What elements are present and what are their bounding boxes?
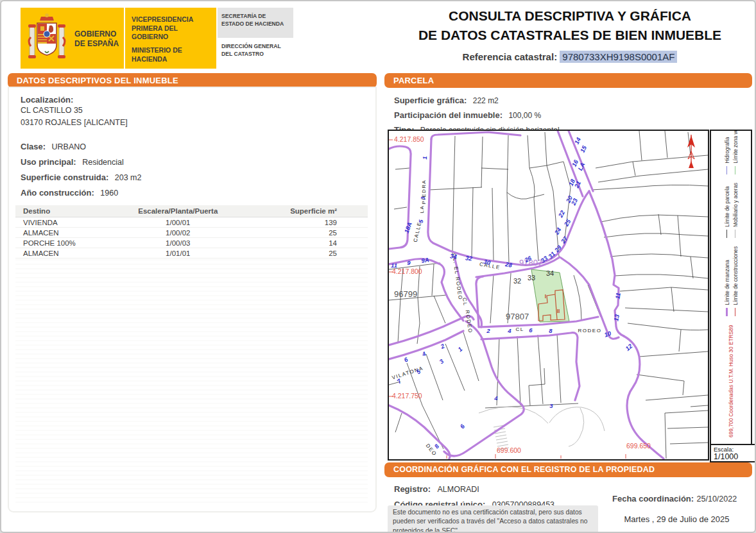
field-label: Participación del inmueble: [394,110,503,120]
map-label: 699.650 [626,442,651,450]
section-header-coordinacion: COORDINACIÓN GRÁFICA CON EL REGISTRO DE … [384,462,752,477]
field-label: Superficie construida: [21,173,108,182]
direccion-catastro-box: DIRECCIÓN GENERAL DEL CATASTRO [218,38,293,69]
document-title: CONSULTA DESCRIPTIVA Y GRÁFICA DE DATOS … [386,6,753,62]
document-date: Martes , 29 de Julio de 2025 [605,514,749,524]
map-label: CALLE [413,221,423,242]
table-row: VIVIENDA1/00/01139 [15,217,368,228]
map-label: 28 [504,260,513,269]
legend-items: Límite de manzanaLímite de construccione… [724,130,739,316]
gobierno-text: GOBIERNO DE ESPAÑA [74,30,124,49]
legend-item: Mobiliario y aceras [732,183,739,238]
table-cell: 1/00/03 [109,238,243,248]
legend-label: Límite de construcciones [732,246,739,305]
map-label: 8 [549,327,553,334]
fecha-value: 25/10/2022 [697,495,737,503]
legend-label: Mobiliario y aceras [732,183,739,227]
datos-descriptivos-content: Localización: CL CASTILLO 35 03170 ROJAL… [21,95,367,223]
map-label: LA [419,205,425,214]
field-label: Uso principal: [21,157,76,167]
ministerio-block: VICEPRESIDENCIA PRIMERA DEL GOBIERNO MIN… [125,8,216,69]
fecha-label: Fecha coordinación: [612,494,694,503]
map-label: 25 [562,217,572,228]
legend-item: Límite zona verde [732,130,739,174]
title-line-1: CONSULTA DESCRIPTIVA Y GRÁFICA [386,6,753,26]
legend-label: Límite zona verde [732,130,739,164]
table-cell: PORCHE 100% [15,238,109,248]
address-line-1: CL CASTILLO 35 [21,105,367,117]
field-row: Año construcción: 1960 [21,185,367,200]
title-line-2: DE DATOS CATASTRALES DE BIEN INMUEBLE [386,26,753,45]
map-label: 4 [420,350,427,358]
registro-label: Registro: [394,484,431,494]
property-fields: Clase: URBANOUso principal: ResidencialS… [21,139,367,200]
map-label: 699.600 [497,446,521,454]
map-label: 6 [458,423,466,430]
field-row: Superficie gráfica: 222 m2 [394,92,747,107]
legend-group: HidrografíaLímite zona verde [724,130,739,174]
map-label: 1 [456,345,463,353]
localizacion-label: Localización: [21,95,367,105]
map-label: 32 [513,277,521,285]
field-row: Uso principal: Residencial [21,154,367,169]
referencia-value[interactable]: 9780733XH9198S0001AF [560,51,677,63]
referencia-catastral: Referencia catastral: 9780733XH9198S0001… [386,51,753,62]
field-label: Clase: [21,142,46,151]
field-value: 100,00 % [506,111,541,120]
legend-item: Límite de parcela [724,183,730,238]
construccion-table: DestinoEscalera/Planta/PuertaSuperficie … [15,205,368,258]
table-header-cell: Escalera/Planta/Puerta [109,205,243,217]
map-label: 9A [420,256,429,264]
legend-item: Hidrografía [724,130,730,174]
map-label: I [545,293,546,300]
registro-value: ALMORADI [438,485,479,494]
table-header-cell: Destino [15,205,109,217]
field-value: 1960 [98,189,118,198]
map-label: II [557,308,560,314]
table-cell: 25 [243,228,368,238]
cadastral-map[interactable]: 4.217.8504.217.8004.217.750699.600699.65… [388,130,709,461]
map-label: 9 [407,259,411,266]
ministerio-text: MINISTERIO DE HACIENDA [132,46,212,63]
map-label: 29 [553,244,563,254]
table-cell: 139 [243,217,368,228]
map-label: 6 [529,326,533,334]
map-label: 3 [438,357,445,365]
field-row: Clase: URBANO [21,139,367,154]
map-label: 22 [556,208,566,219]
map-label: 4 [494,394,498,402]
address-line-2: 03170 ROJALES [ALICANTE] [21,117,367,129]
legend-swatch-icon [735,166,735,174]
utm-coordinates-note: 699,700 Coordenadas U.T.M. Huso 30 ETRS8… [728,325,734,437]
section-header-datos-descriptivos: DATOS DESCRIPTIVOS DEL INMUEBLE [8,73,377,88]
field-value: 222 m2 [470,96,498,105]
map-label: 97807 [506,312,529,321]
map-label: CL. EL RODEO [451,253,463,301]
legend-group: Límite de manzanaLímite de construccione… [724,246,739,316]
table-cell: 1/00/02 [109,228,243,238]
table-header-cell: Superficie m² [243,205,368,217]
map-label: 15 [579,144,588,154]
legend-label: Hidrografía [724,137,730,164]
field-row: Participación del inmueble: 100,00 % [394,107,747,122]
map-label: 96799 [394,289,417,299]
map-label: 24 [553,226,563,236]
cadastral-map-svg: 4.217.8504.217.8004.217.750699.600699.65… [389,131,708,459]
field-value: 203 m2 [112,173,141,182]
legend-item: Límite de manzana [724,246,730,316]
map-legend-rotated-content: 699,700 Coordenadas U.T.M. Huso 30 ETRS8… [711,131,751,444]
disclaimer-note: Este documento no es una certificación c… [388,505,598,533]
map-label: 4.217.850 [394,135,424,143]
table-cell: ALMACEN [15,248,109,258]
map-label: 11 [391,262,397,269]
scale-value: 1/1000 [714,453,753,461]
map-label: 6 [403,355,409,364]
vicepresidencia-text: VICEPRESIDENCIA PRIMERA DEL GOBIERNO [132,15,212,42]
map-label: 2 [486,327,490,334]
table-cell: 14 [243,238,368,248]
map-label: 4.217.750 [392,392,422,400]
field-value: URBANO [49,142,86,151]
field-label: Año construcción: [21,188,94,198]
legend-swatch-icon [735,308,735,316]
map-label: 2 [439,342,446,350]
